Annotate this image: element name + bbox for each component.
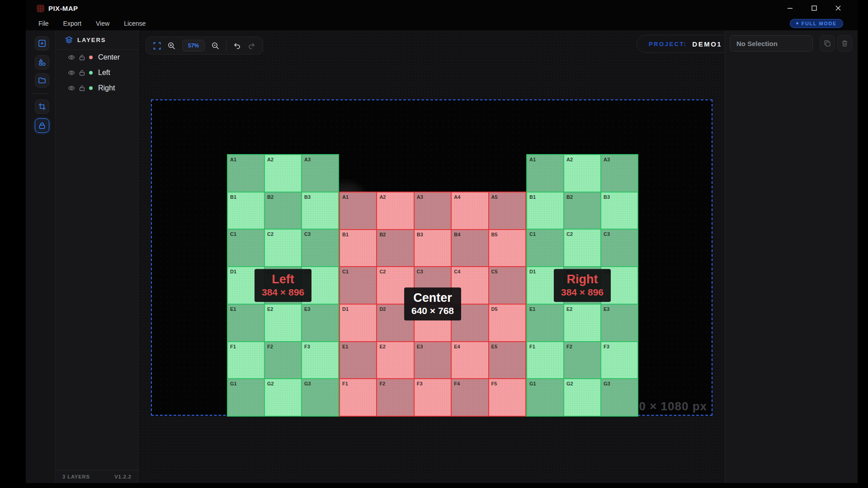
grid-cell-right-E3[interactable]: E3 <box>601 305 637 341</box>
grid-cell-right-F1[interactable]: F1 <box>527 342 563 379</box>
grid-cell-left-B1[interactable]: B1 <box>228 192 264 229</box>
full-mode-badge[interactable]: FULL MODE <box>790 19 843 28</box>
grid-cell-center-A3[interactable]: A3 <box>415 192 451 229</box>
menu-license[interactable]: License <box>124 20 146 27</box>
grid-cell-left-E2[interactable]: E2 <box>265 305 301 341</box>
grid-cell-right-F3[interactable]: F3 <box>601 342 637 379</box>
grid-cell-left-C1[interactable]: C1 <box>228 230 264 266</box>
grid-cell-center-A4[interactable]: A4 <box>452 192 488 229</box>
menu-view[interactable]: View <box>96 20 109 27</box>
grid-cell-center-B2[interactable]: B2 <box>377 230 413 267</box>
grid-cell-left-E1[interactable]: E1 <box>228 305 264 341</box>
menu-file[interactable]: File <box>38 20 49 27</box>
grid-cell-center-B1[interactable]: B1 <box>340 230 376 267</box>
visibility-eye-icon[interactable] <box>68 84 75 92</box>
grid-cell-center-E2[interactable]: E2 <box>377 342 413 379</box>
grid-cell-left-A1[interactable]: A1 <box>228 155 264 192</box>
grid-cell-left-G3[interactable]: G3 <box>302 379 338 416</box>
delete-button[interactable] <box>837 35 852 52</box>
grid-cell-right-C2[interactable]: C2 <box>564 230 600 266</box>
grid-cell-right-G3[interactable]: G3 <box>601 379 637 416</box>
grid-cell-center-C5[interactable]: C5 <box>489 267 525 304</box>
grid-cell-left-E3[interactable]: E3 <box>302 305 338 341</box>
grid-cell-center-A5[interactable]: A5 <box>489 192 525 229</box>
crop-tool-button[interactable] <box>35 99 49 114</box>
grid-cell-center-E3[interactable]: E3 <box>415 342 451 379</box>
grid-cell-center-B4[interactable]: B4 <box>452 230 488 267</box>
unlock-icon[interactable] <box>79 85 85 91</box>
grid-cell-left-B2[interactable]: B2 <box>265 192 301 229</box>
undo-button[interactable] <box>233 42 241 50</box>
grid-cell-right-C1[interactable]: C1 <box>527 230 563 266</box>
grid-cell-right-B2[interactable]: B2 <box>564 192 600 229</box>
add-fixture-button[interactable] <box>35 36 49 51</box>
grid-cell-left-F2[interactable]: F2 <box>265 342 301 379</box>
unlock-icon[interactable] <box>79 70 85 76</box>
grid-cell-right-B3[interactable]: B3 <box>601 192 637 229</box>
grid-cell-center-B3[interactable]: B3 <box>415 230 451 267</box>
grid-cell-center-E1[interactable]: E1 <box>340 342 376 379</box>
grid-cell-right-A1[interactable]: A1 <box>527 155 563 192</box>
close-button[interactable] <box>835 5 841 12</box>
visibility-eye-icon[interactable] <box>68 69 75 76</box>
unlock-icon[interactable] <box>79 54 85 61</box>
duplicate-button[interactable] <box>820 35 835 52</box>
menubar: File Export View License FULL MODE <box>26 16 858 30</box>
canvas-frame[interactable]: Full Resolution: 868 × 488 px A1A2A3B1… <box>151 99 712 416</box>
cell-label: F2 <box>566 344 572 349</box>
lock-tool-button[interactable] <box>35 118 49 133</box>
grid-cell-right-A3[interactable]: A3 <box>601 155 637 192</box>
grid-cell-center-F5[interactable]: F5 <box>489 379 525 416</box>
cell-label: A2 <box>379 194 386 200</box>
grid-cell-left-F1[interactable]: F1 <box>228 342 264 379</box>
grid-cell-center-D5[interactable]: D5 <box>489 305 525 341</box>
grid-cell-left-A3[interactable]: A3 <box>302 155 338 192</box>
grid-cell-right-B1[interactable]: B1 <box>527 192 563 229</box>
shapes-tool-button[interactable] <box>35 55 49 70</box>
grid-cell-left-G2[interactable]: G2 <box>265 379 301 416</box>
grid-cell-center-E5[interactable]: E5 <box>489 342 525 379</box>
grid-cell-center-B5[interactable]: B5 <box>489 230 525 267</box>
grid-cell-right-G2[interactable]: G2 <box>564 379 600 416</box>
panel-right[interactable]: A1A2A3B1B2B3C1C2C3D1D2D3E1E2E3F1F2F3G1G2… <box>526 154 638 417</box>
layer-row-right[interactable]: Right <box>56 80 138 96</box>
grid-cell-left-G1[interactable]: G1 <box>228 379 264 416</box>
grid-cell-right-A2[interactable]: A2 <box>564 155 600 192</box>
grid-cell-center-F2[interactable]: F2 <box>377 379 413 416</box>
grid-cell-right-E1[interactable]: E1 <box>527 305 563 341</box>
cell-label: A1 <box>529 157 536 162</box>
grid-cell-center-D1[interactable]: D1 <box>340 305 376 341</box>
grid-cell-center-F3[interactable]: F3 <box>415 379 451 416</box>
grid-cell-left-C3[interactable]: C3 <box>302 230 338 266</box>
grid-cell-center-A2[interactable]: A2 <box>377 192 413 229</box>
minimize-button[interactable] <box>787 5 793 12</box>
grid-cell-left-A2[interactable]: A2 <box>265 155 301 192</box>
panel-left[interactable]: A1A2A3B1B2B3C1C2C3D1D2D3E1E2E3F1F2F3G1G2… <box>227 154 339 417</box>
grid-cell-right-G1[interactable]: G1 <box>527 379 563 416</box>
layer-row-center[interactable]: Center <box>56 50 138 65</box>
grid-cell-right-C3[interactable]: C3 <box>601 230 637 266</box>
zoom-in-button[interactable] <box>168 42 175 50</box>
grid-cell-left-B3[interactable]: B3 <box>302 192 338 229</box>
grid-cell-right-E2[interactable]: E2 <box>564 305 600 341</box>
panel-center[interactable]: A1A2A3A4A5B1B2B3B4B5C1C2C3C4C5D1D2D3D4D5… <box>339 192 526 417</box>
zoom-level-value[interactable]: 57% <box>182 40 205 52</box>
redo-button[interactable] <box>248 42 255 50</box>
grid-cell-right-F2[interactable]: F2 <box>564 342 600 379</box>
zoom-out-button[interactable] <box>212 42 219 50</box>
maximize-button[interactable] <box>811 5 817 12</box>
menu-export[interactable]: Export <box>63 20 81 27</box>
grid-cell-center-E4[interactable]: E4 <box>452 342 488 379</box>
fit-view-button[interactable] <box>153 42 161 50</box>
layer-row-left[interactable]: Left <box>56 65 138 80</box>
visibility-eye-icon[interactable] <box>68 54 75 61</box>
grid-cell-center-A1[interactable]: A1 <box>340 192 376 229</box>
folder-button[interactable] <box>35 73 49 88</box>
panel-info-right: Right384 × 896 <box>554 269 611 302</box>
grid-cell-left-F3[interactable]: F3 <box>302 342 338 379</box>
grid-cell-center-C1[interactable]: C1 <box>340 267 376 304</box>
grid-cell-center-F1[interactable]: F1 <box>340 379 376 416</box>
grid-cell-left-C2[interactable]: C2 <box>265 230 301 266</box>
layer-name: Left <box>98 69 110 77</box>
grid-cell-center-F4[interactable]: F4 <box>452 379 488 416</box>
